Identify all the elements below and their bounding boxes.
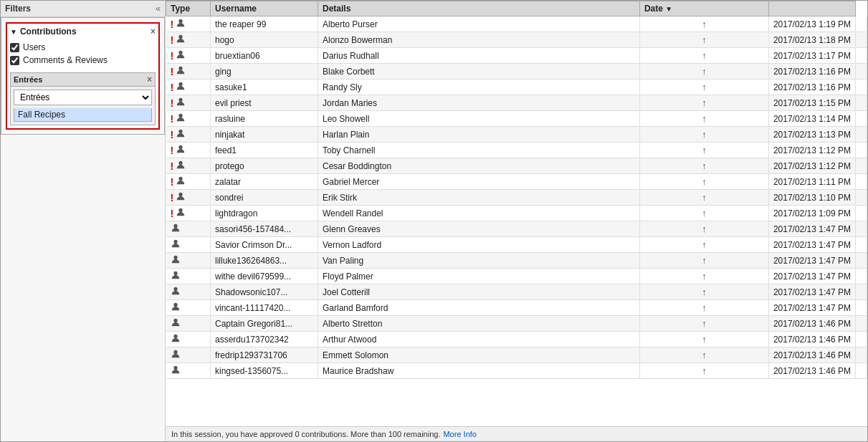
type-cell: ! [166,111,211,127]
scroll-spacer [856,253,867,269]
entrees-list-item-fall-recipes[interactable]: Fall Recipes [14,108,151,121]
details-cell: Alberto Purser [318,16,640,32]
scroll-spacer [856,32,867,48]
table-row[interactable]: !rasluineLeo Showell↑2017/02/13 1:14 PM [166,111,867,127]
svg-point-21 [173,350,177,354]
table-row[interactable]: Shadowsonic107...Joel Cotterill↑2017/02/… [166,284,867,300]
table-row[interactable]: !ninjakatHarlan Plain↑2017/02/13 1:13 PM [166,127,867,143]
table-row[interactable]: !feed1Toby Charnell↑2017/02/13 1:12 PM [166,143,867,158]
filters-label: Filters [5,4,31,14]
user-icon [176,49,186,62]
details-cell: Maurice Bradshaw [318,363,640,379]
date-cell: 2017/02/13 1:16 PM [768,64,855,80]
arrow-up-icon: ↑ [702,113,707,124]
arrow-up-icon: ↑ [702,365,707,376]
details-cell: Jordan Maries [318,95,640,111]
contributions-close-button[interactable]: × [151,27,156,37]
table-row[interactable]: !lightdragonWendell Randel↑2017/02/13 1:… [166,206,867,221]
table-row[interactable]: fredrip1293731706Emmett Solomon↑2017/02/… [166,347,867,363]
exclamation-icon: ! [171,19,174,30]
table-row[interactable]: !sondreiErik Stirk↑2017/02/13 1:10 PM [166,190,867,206]
table-row[interactable]: Captain Gregori81...Alberto Stretton↑201… [166,316,867,332]
username-cell: Shadowsonic107... [211,284,318,300]
collapse-button[interactable]: « [156,4,161,14]
scroll-spacer [856,269,867,284]
user-icon [171,333,181,345]
table-row[interactable]: Savior Crimson Dr...Vernon Ladford↑2017/… [166,237,867,253]
date-cell: 2017/02/13 1:17 PM [768,48,855,64]
table-row[interactable]: !hogoAlonzo Bowerman↑2017/02/13 1:18 PM [166,32,867,48]
exclamation-icon: ! [171,129,174,140]
exclamation-icon: ! [171,82,174,93]
date-cell: 2017/02/13 1:12 PM [768,143,855,158]
scroll-spacer [856,48,867,64]
user-icon [176,112,186,125]
date-label: Date [644,4,663,14]
arrow-up-icon: ↑ [702,287,707,297]
comments-reviews-checkbox[interactable] [10,56,19,65]
table-row[interactable]: !protegoCesar Boddington↑2017/02/13 1:12… [166,158,867,174]
table-row[interactable]: !sasuke1Randy Sly↑2017/02/13 1:16 PM [166,80,867,95]
users-checkbox[interactable] [10,43,19,52]
table-row[interactable]: !gingBlake Corbett↑2017/02/13 1:16 PM [166,64,867,80]
table-row[interactable]: withe devil679599...Floyd Palmer↑2017/02… [166,269,867,284]
arrow-up-icon: ↑ [702,334,707,345]
arrow-cell: ↑ [639,80,768,95]
type-cell [166,300,211,316]
chevron-down-icon: ▼ [10,28,17,36]
table-wrapper[interactable]: Type Username Details Date ▼ [166,1,867,426]
entrees-close-button[interactable]: × [147,75,152,85]
arrow-cell: ↑ [639,347,768,363]
details-cell: Van Paling [318,253,640,269]
user-icon [176,34,186,46]
exclamation-icon: ! [171,208,174,219]
users-row: Users [10,41,156,54]
table-row[interactable]: !bruextian06Darius Rudhall↑2017/02/13 1:… [166,48,867,64]
date-cell: 2017/02/13 1:47 PM [768,300,855,316]
arrow-up-icon: ↑ [702,350,707,360]
date-cell: 2017/02/13 1:16 PM [768,80,855,95]
table-row[interactable]: asserdu173702342Arthur Atwood↑2017/02/13… [166,332,867,347]
svg-point-22 [173,366,177,370]
table-row[interactable]: !zalatarGabriel Mercer↑2017/02/13 1:11 P… [166,174,867,190]
table-row[interactable]: sasori456-157484...Glenn Greaves↑2017/02… [166,221,867,237]
scroll-spacer [856,284,867,300]
exclamation-icon: ! [171,192,174,203]
type-cell: ! [166,143,211,158]
col-header-scroll [768,1,855,16]
svg-point-14 [173,240,177,244]
details-cell: Arthur Atwood [318,332,640,347]
table-row[interactable]: !evil priestJordan Maries↑2017/02/13 1:1… [166,95,867,111]
svg-point-20 [173,335,177,338]
exclamation-icon: ! [171,50,174,62]
exclamation-icon: ! [171,113,174,125]
arrow-up-icon: ↑ [702,50,707,61]
type-cell [166,253,211,269]
user-icon [171,302,181,314]
table-row[interactable]: !the reaper 99Alberto Purser↑2017/02/13 … [166,16,867,32]
table-row[interactable]: vincant-11117420...Garland Bamford↑2017/… [166,300,867,316]
filters-header: Filters « [1,1,165,17]
type-cell: ! [166,80,211,95]
exclamation-icon: ! [171,97,174,109]
details-cell: Harlan Plain [318,127,640,143]
more-info-link[interactable]: More Info [443,430,476,438]
arrow-cell: ↑ [639,32,768,48]
contributions-header: ▼ Contributions × [10,27,156,37]
arrow-up-icon: ↑ [702,97,707,108]
col-header-date[interactable]: Date ▼ [639,1,768,16]
table-row[interactable]: lilluke136264863...Van Paling↑2017/02/13… [166,253,867,269]
details-cell: Erik Stirk [318,190,640,206]
entrees-select[interactable]: Entrées Fall Recipes [14,90,152,105]
username-cell: ninjakat [211,127,318,143]
scroll-spacer [856,111,867,127]
username-cell: the reaper 99 [211,16,318,32]
date-cell: 2017/02/13 1:47 PM [768,253,855,269]
exclamation-icon: ! [171,66,174,77]
scroll-spacer [856,316,867,332]
table-row[interactable]: kingsed-1356075...Maurice Bradshaw↑2017/… [166,363,867,379]
date-cell: 2017/02/13 1:18 PM [768,32,855,48]
scroll-spacer [856,95,867,111]
type-cell [166,332,211,347]
arrow-up-icon: ↑ [702,34,707,45]
